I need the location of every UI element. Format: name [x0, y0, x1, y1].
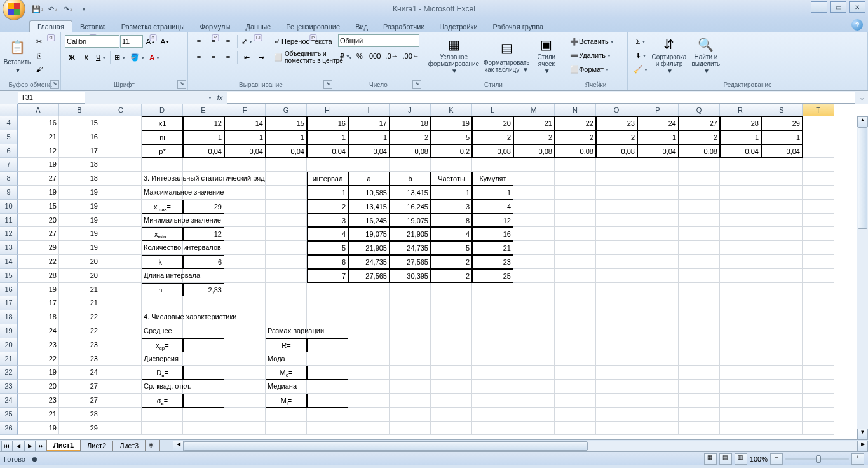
cell-E26[interactable]: [183, 422, 224, 436]
cell-H16[interactable]: [307, 283, 348, 297]
zoom-slider[interactable]: [785, 458, 849, 460]
cell-K19[interactable]: [431, 324, 472, 338]
cell-D15[interactable]: Длина интервала: [142, 269, 183, 283]
cell-T8[interactable]: [803, 172, 834, 186]
cell-P15[interactable]: [637, 269, 679, 283]
cell-Q6[interactable]: 0,08: [679, 144, 720, 158]
col-header-T[interactable]: T: [803, 104, 834, 116]
cell-P16[interactable]: [637, 283, 679, 297]
cell-K10[interactable]: 3: [431, 200, 472, 214]
cell-F25[interactable]: [224, 408, 266, 422]
cell-N8[interactable]: [555, 172, 596, 186]
cell-M19[interactable]: [513, 324, 555, 338]
cell-G17[interactable]: [266, 296, 307, 310]
cell-P13[interactable]: [637, 241, 679, 255]
col-header-I[interactable]: I: [348, 104, 390, 116]
cell-T14[interactable]: [803, 255, 834, 269]
cell-M15[interactable]: [513, 269, 555, 283]
col-header-F[interactable]: F: [224, 104, 266, 116]
prev-sheet-button[interactable]: ◀: [13, 441, 24, 451]
col-header-O[interactable]: O: [596, 104, 637, 116]
cell-O24[interactable]: [596, 394, 637, 408]
cell-F7[interactable]: [224, 158, 266, 172]
cell-E25[interactable]: [183, 408, 224, 422]
font-launcher[interactable]: ⬊: [177, 80, 186, 89]
row-header-22[interactable]: 22: [0, 366, 18, 380]
cell-B20[interactable]: 23: [59, 338, 100, 352]
cell-F19[interactable]: [224, 324, 266, 338]
cell-C10[interactable]: [100, 200, 142, 214]
cell-J21[interactable]: [390, 352, 431, 366]
cell-P10[interactable]: [637, 200, 679, 214]
cell-S18[interactable]: [761, 310, 803, 324]
cell-I21[interactable]: [348, 352, 390, 366]
cell-F4[interactable]: 14: [224, 116, 266, 130]
cell-S20[interactable]: [761, 338, 803, 352]
col-header-M[interactable]: M: [513, 104, 555, 116]
copy-button[interactable]: ⎘: [32, 48, 46, 62]
cell-R17[interactable]: [720, 296, 761, 310]
cell-P24[interactable]: [637, 394, 679, 408]
cell-R20[interactable]: [720, 338, 761, 352]
cell-I5[interactable]: 1: [348, 130, 390, 144]
cell-L10[interactable]: 4: [472, 200, 513, 214]
cell-H26[interactable]: [307, 422, 348, 436]
col-header-Q[interactable]: Q: [679, 104, 720, 116]
cell-D19[interactable]: Среднее: [142, 324, 183, 338]
cell-T16[interactable]: [803, 283, 834, 297]
cell-N7[interactable]: [555, 158, 596, 172]
cell-N21[interactable]: [555, 352, 596, 366]
scroll-right-arrow[interactable]: ▶: [857, 441, 868, 451]
cell-B10[interactable]: 19: [59, 200, 100, 214]
zoom-in-button[interactable]: +: [851, 453, 864, 465]
cell-Q4[interactable]: 27: [679, 116, 720, 130]
cell-S13[interactable]: [761, 241, 803, 255]
cell-L14[interactable]: 23: [472, 255, 513, 269]
namebox-dropdown[interactable]: ▼: [208, 95, 212, 100]
cell-N26[interactable]: [555, 422, 596, 436]
col-header-K[interactable]: K: [431, 104, 472, 116]
cell-T25[interactable]: [803, 408, 834, 422]
cell-B12[interactable]: 19: [59, 227, 100, 241]
scroll-left-arrow[interactable]: ◀: [173, 441, 184, 451]
cell-N25[interactable]: [555, 408, 596, 422]
cell-M5[interactable]: 2: [513, 130, 555, 144]
cell-B15[interactable]: 20: [59, 269, 100, 283]
tab-developer[interactable]: Разработчик: [376, 21, 431, 32]
cut-button[interactable]: ✂: [32, 34, 46, 48]
cell-L22[interactable]: [472, 366, 513, 380]
cell-I15[interactable]: 27,565: [348, 269, 390, 283]
cell-I18[interactable]: [348, 310, 390, 324]
col-header-L[interactable]: L: [472, 104, 513, 116]
cell-T11[interactable]: [803, 214, 834, 228]
cell-H19[interactable]: [307, 324, 348, 338]
cell-A22[interactable]: 19: [18, 366, 59, 380]
page-break-view-button[interactable]: ▥: [735, 453, 747, 465]
cell-P25[interactable]: [637, 408, 679, 422]
decrease-decimal[interactable]: .00←: [401, 49, 421, 63]
align-right[interactable]: ≡: [221, 50, 235, 64]
sheet-tab-2[interactable]: Лист2: [80, 441, 113, 451]
cell-C15[interactable]: [100, 269, 142, 283]
percent-format[interactable]: %: [353, 49, 367, 63]
cell-L8[interactable]: Кумулят: [472, 172, 513, 186]
cell-B23[interactable]: 27: [59, 380, 100, 394]
increase-indent[interactable]: ⇥: [254, 50, 268, 64]
cell-A14[interactable]: 22: [18, 255, 59, 269]
cell-J26[interactable]: [390, 422, 431, 436]
cell-C26[interactable]: [100, 422, 142, 436]
cell-H10[interactable]: 2: [307, 200, 348, 214]
tab-review[interactable]: РецензированиеР: [278, 21, 348, 32]
cell-L13[interactable]: 21: [472, 241, 513, 255]
cell-K25[interactable]: [431, 408, 472, 422]
cell-B7[interactable]: 18: [59, 158, 100, 172]
cell-F17[interactable]: [224, 296, 266, 310]
cell-L6[interactable]: 0,08: [472, 144, 513, 158]
format-painter-button[interactable]: 🖌: [32, 62, 46, 76]
cell-N17[interactable]: [555, 296, 596, 310]
cell-N11[interactable]: [555, 214, 596, 228]
cell-R7[interactable]: [720, 158, 761, 172]
cell-C11[interactable]: [100, 214, 142, 228]
sort-filter-button[interactable]: ⇵Сортировкаи фильтр ▼: [651, 34, 687, 76]
cell-B25[interactable]: 28: [59, 408, 100, 422]
